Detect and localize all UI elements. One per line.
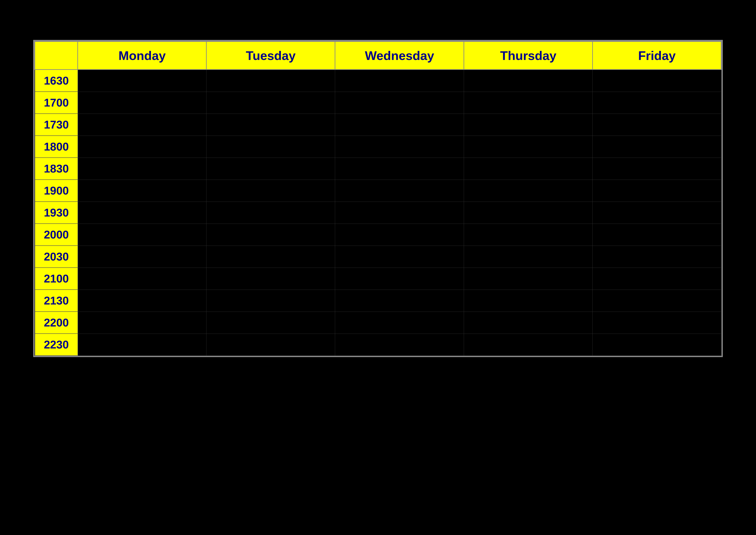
schedule-cell[interactable] — [78, 334, 206, 355]
schedule-cell[interactable] — [593, 202, 721, 224]
schedule-cell[interactable] — [335, 92, 464, 114]
schedule-cell[interactable] — [206, 290, 335, 312]
schedule-cell[interactable] — [593, 290, 721, 312]
schedule-cell[interactable] — [206, 180, 335, 202]
time-label: 2130 — [35, 290, 78, 312]
schedule-cell[interactable] — [464, 114, 593, 136]
schedule-cell[interactable] — [206, 114, 335, 136]
schedule-cell[interactable] — [78, 290, 206, 312]
schedule-cell[interactable] — [593, 157, 721, 180]
corner-cell — [35, 42, 78, 70]
header-wednesday: Wednesday — [335, 42, 464, 70]
time-row: 2100 — [35, 268, 721, 290]
schedule-cell[interactable] — [78, 180, 206, 202]
schedule-cell[interactable] — [335, 334, 464, 355]
header-tuesday: Tuesday — [206, 42, 335, 70]
schedule-cell[interactable] — [464, 246, 593, 268]
time-row: 2230 — [35, 334, 721, 355]
schedule-cell[interactable] — [593, 224, 721, 246]
schedule-cell[interactable] — [206, 224, 335, 246]
schedule-cell[interactable] — [78, 268, 206, 290]
header-friday: Friday — [593, 42, 721, 70]
schedule-table: Monday Tuesday Wednesday Thursday Friday… — [35, 41, 721, 356]
schedule-cell[interactable] — [593, 114, 721, 136]
schedule-cell[interactable] — [464, 136, 593, 157]
time-label: 1830 — [35, 157, 78, 180]
time-label: 1700 — [35, 92, 78, 114]
time-row: 1830 — [35, 157, 721, 180]
time-row: 1730 — [35, 114, 721, 136]
schedule-cell[interactable] — [335, 268, 464, 290]
schedule-cell[interactable] — [464, 202, 593, 224]
time-label: 2030 — [35, 246, 78, 268]
header-row: Monday Tuesday Wednesday Thursday Friday — [35, 42, 721, 70]
schedule-cell[interactable] — [335, 157, 464, 180]
schedule-cell[interactable] — [464, 334, 593, 355]
schedule-body: 1630170017301800183019001930200020302100… — [35, 70, 721, 356]
schedule-cell[interactable] — [335, 114, 464, 136]
time-label: 1730 — [35, 114, 78, 136]
time-row: 1800 — [35, 136, 721, 157]
schedule-cell[interactable] — [464, 290, 593, 312]
schedule-cell[interactable] — [78, 70, 206, 92]
schedule-cell[interactable] — [78, 114, 206, 136]
time-row: 1900 — [35, 180, 721, 202]
schedule-cell[interactable] — [335, 136, 464, 157]
schedule-cell[interactable] — [464, 157, 593, 180]
schedule-cell[interactable] — [206, 312, 335, 334]
schedule-cell[interactable] — [464, 224, 593, 246]
time-label: 1630 — [35, 70, 78, 92]
schedule-cell[interactable] — [593, 312, 721, 334]
time-row: 1630 — [35, 70, 721, 92]
schedule-cell[interactable] — [335, 202, 464, 224]
schedule-cell[interactable] — [206, 202, 335, 224]
time-label: 1900 — [35, 180, 78, 202]
time-row: 2030 — [35, 246, 721, 268]
schedule-cell[interactable] — [78, 246, 206, 268]
schedule-cell[interactable] — [464, 312, 593, 334]
schedule-cell[interactable] — [593, 268, 721, 290]
schedule-cell[interactable] — [78, 202, 206, 224]
schedule-cell[interactable] — [206, 70, 335, 92]
schedule-cell[interactable] — [78, 224, 206, 246]
schedule-cell[interactable] — [335, 180, 464, 202]
schedule-cell[interactable] — [335, 312, 464, 334]
time-row: 2130 — [35, 290, 721, 312]
schedule-cell[interactable] — [335, 290, 464, 312]
schedule-cell[interactable] — [335, 224, 464, 246]
schedule-cell[interactable] — [78, 312, 206, 334]
schedule-cell[interactable] — [206, 157, 335, 180]
time-label: 2100 — [35, 268, 78, 290]
schedule-cell[interactable] — [593, 92, 721, 114]
time-label: 2230 — [35, 334, 78, 355]
schedule-cell[interactable] — [206, 92, 335, 114]
schedule-cell[interactable] — [335, 70, 464, 92]
schedule-cell[interactable] — [206, 246, 335, 268]
header-thursday: Thursday — [464, 42, 593, 70]
schedule-cell[interactable] — [593, 334, 721, 355]
schedule-cell[interactable] — [464, 70, 593, 92]
time-label: 2000 — [35, 224, 78, 246]
schedule-cell[interactable] — [206, 268, 335, 290]
header-monday: Monday — [78, 42, 206, 70]
schedule-cell[interactable] — [464, 92, 593, 114]
schedule-cell[interactable] — [593, 136, 721, 157]
schedule-cell[interactable] — [593, 246, 721, 268]
time-row: 2000 — [35, 224, 721, 246]
schedule-cell[interactable] — [78, 136, 206, 157]
schedule-cell[interactable] — [78, 157, 206, 180]
time-row: 2200 — [35, 312, 721, 334]
schedule-cell[interactable] — [464, 180, 593, 202]
time-label: 1930 — [35, 202, 78, 224]
schedule-cell[interactable] — [464, 268, 593, 290]
schedule-cell[interactable] — [593, 70, 721, 92]
schedule-cell[interactable] — [78, 92, 206, 114]
schedule-table-container: Monday Tuesday Wednesday Thursday Friday… — [33, 40, 723, 357]
time-row: 1930 — [35, 202, 721, 224]
schedule-cell[interactable] — [335, 246, 464, 268]
time-label: 1800 — [35, 136, 78, 157]
schedule-cell[interactable] — [206, 136, 335, 157]
time-row: 1700 — [35, 92, 721, 114]
schedule-cell[interactable] — [206, 334, 335, 355]
schedule-cell[interactable] — [593, 180, 721, 202]
